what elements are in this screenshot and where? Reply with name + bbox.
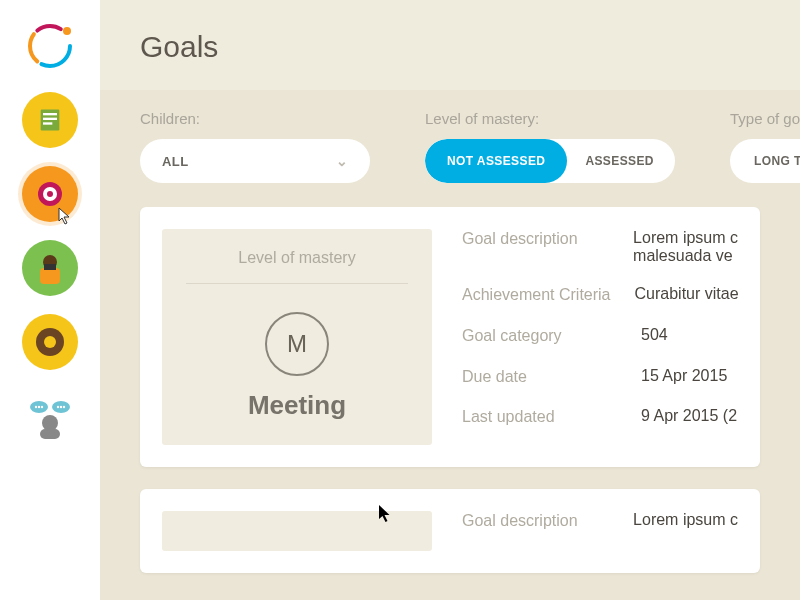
mastery-label: Meeting xyxy=(186,390,408,421)
svg-rect-13 xyxy=(44,264,56,270)
svg-point-20 xyxy=(35,406,37,408)
seg-assessed[interactable]: ASSESSED xyxy=(567,139,672,183)
svg-rect-17 xyxy=(40,429,60,439)
nav-profile-icon[interactable] xyxy=(22,240,78,296)
goal-card: Goal description Lorem ipsum c xyxy=(140,489,760,573)
nav-chat-icon[interactable] xyxy=(22,388,78,444)
sidebar xyxy=(0,0,100,600)
mastery-tile xyxy=(162,511,432,551)
chevron-down-icon: ⌄ xyxy=(336,153,348,169)
mastery-heading: Level of mastery xyxy=(186,249,408,284)
goal-details: Goal description Lorem ipsum c malesuada… xyxy=(462,229,738,445)
filter-children: Children: ALL ⌄ xyxy=(140,110,370,183)
nav-donut-icon[interactable] xyxy=(22,314,78,370)
detail-row: Goal category 504 xyxy=(462,326,738,347)
svg-point-23 xyxy=(57,406,59,408)
children-dropdown-value: ALL xyxy=(162,154,188,169)
goaltype-button[interactable]: LONG TERM xyxy=(730,139,800,183)
filter-children-label: Children: xyxy=(140,110,370,127)
svg-rect-7 xyxy=(43,122,52,124)
filter-goaltype: Type of goa LONG TERM xyxy=(730,110,800,183)
mastery-segmented: NOT ASSESSED ASSESSED xyxy=(425,139,675,183)
detail-row: Last updated 9 Apr 2015 (2 xyxy=(462,407,738,428)
svg-point-24 xyxy=(60,406,62,408)
nav-target-icon[interactable] xyxy=(22,166,78,222)
detail-row: Goal description Lorem ipsum c malesuada… xyxy=(462,229,738,265)
detail-val: Lorem ipsum c malesuada ve xyxy=(633,229,738,265)
detail-val: 15 Apr 2015 xyxy=(641,367,727,388)
goal-list: Level of mastery M Meeting Goal descript… xyxy=(100,207,800,600)
detail-key: Goal description xyxy=(462,511,609,532)
nav-book-icon[interactable] xyxy=(22,92,78,148)
filter-mastery: Level of mastery: NOT ASSESSED ASSESSED xyxy=(425,110,675,183)
filter-goaltype-label: Type of goa xyxy=(730,110,800,127)
app-logo xyxy=(22,18,78,74)
svg-rect-5 xyxy=(43,113,57,115)
svg-point-16 xyxy=(42,415,58,431)
children-dropdown[interactable]: ALL ⌄ xyxy=(140,139,370,183)
detail-val: Curabitur vitae xyxy=(635,285,739,306)
goal-card: Level of mastery M Meeting Goal descript… xyxy=(140,207,760,467)
svg-point-21 xyxy=(38,406,40,408)
detail-row: Due date 15 Apr 2015 xyxy=(462,367,738,388)
svg-point-25 xyxy=(63,406,65,408)
detail-key: Last updated xyxy=(462,407,617,428)
detail-val: 9 Apr 2015 (2 xyxy=(641,407,737,428)
filter-mastery-label: Level of mastery: xyxy=(425,110,675,127)
detail-key: Achievement Criteria xyxy=(462,285,611,306)
page-title: Goals xyxy=(140,30,800,64)
detail-val: 504 xyxy=(641,326,668,347)
seg-not-assessed[interactable]: NOT ASSESSED xyxy=(425,139,567,183)
page-header: Goals xyxy=(100,0,800,90)
svg-point-15 xyxy=(44,336,56,348)
svg-point-10 xyxy=(47,191,53,197)
detail-val: Lorem ipsum c xyxy=(633,511,738,532)
svg-rect-6 xyxy=(43,118,57,120)
detail-key: Goal description xyxy=(462,229,609,265)
goal-details: Goal description Lorem ipsum c xyxy=(462,511,738,551)
detail-key: Due date xyxy=(462,367,617,388)
svg-point-3 xyxy=(63,27,71,35)
svg-point-22 xyxy=(41,406,43,408)
mastery-circle: M xyxy=(265,312,329,376)
filter-bar: Children: ALL ⌄ Level of mastery: NOT AS… xyxy=(100,90,800,207)
detail-key: Goal category xyxy=(462,326,617,347)
detail-row: Achievement Criteria Curabitur vitae xyxy=(462,285,738,306)
mastery-tile: Level of mastery M Meeting xyxy=(162,229,432,445)
main-content: Goals Children: ALL ⌄ Level of mastery: … xyxy=(100,0,800,600)
detail-row: Goal description Lorem ipsum c xyxy=(462,511,738,532)
svg-rect-12 xyxy=(40,268,60,284)
